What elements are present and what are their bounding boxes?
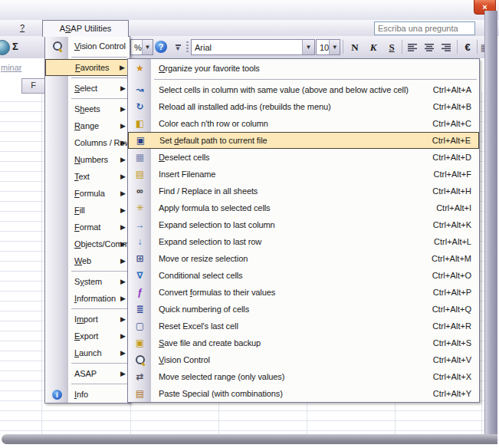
menu-item-move-or-resize-selection[interactable]: ⊞Move or resize selectionCtrl+Alt+M <box>128 250 479 267</box>
align-right-icon <box>442 43 451 51</box>
menu-item-apply-formula-to-selected-cells[interactable]: ✳Apply formula to selected cellsCtrl+Alt… <box>128 199 479 216</box>
menu-item-set-default-path-to-current-file[interactable]: ▣Set default path to current fileCtrl+Al… <box>128 132 479 149</box>
autosum-icon[interactable]: Σ <box>12 41 18 52</box>
menu-item-label: Paste Special (with combinations) <box>159 389 283 398</box>
shortcut-label: Ctrl+Alt+E <box>432 136 471 145</box>
menu-item-formula[interactable]: Formula▶ <box>45 185 130 202</box>
toolbar-separator <box>457 40 458 54</box>
menu-item-label: Favorites <box>75 63 109 72</box>
align-center-button[interactable] <box>422 39 437 55</box>
submenu-arrow-icon: ▶ <box>120 64 125 71</box>
menu-item-color-each-n-th-row-or-column[interactable]: ◧Color each n'th row or columnCtrl+Alt+C <box>128 115 479 132</box>
menu-item-conditional-select-cells[interactable]: ∇Conditional select cellsCtrl+Alt+O <box>128 267 479 284</box>
shortcut-label: Ctrl+Alt+H <box>432 186 471 196</box>
menu-bar: ? ASAP Utilities <box>0 20 499 36</box>
submenu-arrow-icon: ▶ <box>120 349 126 357</box>
zoom-combo[interactable]: % ▼ <box>130 39 153 55</box>
menu-item-system[interactable]: System▶ <box>45 273 130 290</box>
menu-item-info[interactable]: iInfo <box>45 386 130 403</box>
menu-item-expand-selection-to-last-row[interactable]: ↓Expand selection to last rowCtrl+Alt+L <box>128 233 479 250</box>
submenu-arrow-icon: ▶ <box>120 139 126 147</box>
menu-item-label: Expand selection to last column <box>159 220 275 229</box>
zoom-dropdown-icon[interactable]: ▼ <box>142 40 153 54</box>
menu-item-label: Info <box>74 390 88 399</box>
shortcut-label: Ctrl+Alt+A <box>433 85 471 94</box>
menu-item-paste-special-with-combinations[interactable]: ▤Paste Special (with combinations)Ctrl+A… <box>128 385 479 402</box>
submenu-arrow-icon: ▶ <box>120 105 126 113</box>
menu-item-label: ASAP <box>74 369 97 378</box>
menu-item-favorites[interactable]: Favorites▶ <box>45 59 130 76</box>
italic-button[interactable]: K <box>365 39 382 55</box>
menu-item-organize-your-favorite-tools[interactable]: ★Organize your favorite tools <box>128 59 479 77</box>
menu-item-objects-comments[interactable]: Objects/Comments▶ <box>45 236 130 252</box>
euro-button[interactable]: € <box>460 39 475 55</box>
shortcut-label: Ctrl+Alt+R <box>432 321 471 331</box>
menu-item-reset-excel-s-last-cell[interactable]: ▢Reset Excel's last cellCtrl+Alt+R <box>128 318 479 334</box>
menu-item-text[interactable]: Text▶ <box>45 168 130 185</box>
move-resize-selection-icon: ⊞ <box>133 252 147 265</box>
toolbar-options-button[interactable]: ▼ <box>172 39 184 55</box>
menu-item-vision-control[interactable]: Vision Control <box>45 37 130 55</box>
submenu-arrow-icon: ▶ <box>120 122 126 130</box>
excel-window: × ? ASAP Utilities Σ % ▼ ? ▼ Arial ▼ 10 … <box>0 0 499 448</box>
shortcut-label: Ctrl+Alt+P <box>433 288 471 297</box>
font-name-dropdown-icon[interactable]: ▼ <box>302 40 314 54</box>
reset-last-cell-icon: ▢ <box>133 320 147 332</box>
menu-item-sheets[interactable]: Sheets▶ <box>45 100 130 117</box>
conditional-select-icon: ∇ <box>133 269 147 282</box>
menu-item-label: Organize your favorite tools <box>159 64 260 73</box>
insert-filename-icon: ▤ <box>133 168 147 180</box>
menu-item-numbers[interactable]: Numbers▶ <box>45 151 130 168</box>
ask-question-input[interactable] <box>374 21 475 35</box>
menubar-item-help[interactable]: ? <box>15 22 29 33</box>
font-name-combo[interactable]: Arial ▼ <box>191 39 315 55</box>
menu-item-vision-control[interactable]: Vision ControlCtrl+Alt+V <box>128 351 479 368</box>
select-same-value-icon: ↝ <box>133 84 147 96</box>
menu-item-web[interactable]: Web▶ <box>45 252 130 269</box>
bold-button[interactable]: N <box>346 39 363 55</box>
menu-item-label: Select <box>74 84 97 93</box>
menu-item-label: Range <box>74 121 99 130</box>
menu-item-range[interactable]: Range▶ <box>45 117 130 134</box>
menu-item-select-cells-in-column-with-same-value-a[interactable]: ↝Select cells in column with same value … <box>128 81 479 98</box>
menu-item-label: Text <box>74 172 90 181</box>
menu-item-format[interactable]: Format▶ <box>45 219 130 236</box>
deselect-cells-icon: ▦ <box>133 151 147 163</box>
partial-toolbar-icon[interactable] <box>0 40 10 55</box>
menu-item-label: Select cells in column with same value (… <box>159 85 409 94</box>
menu-item-label: Find / Replace in all sheets <box>159 186 258 196</box>
menu-item-expand-selection-to-last-column[interactable]: →Expand selection to last columnCtrl+Alt… <box>128 216 479 233</box>
shortcut-label: Ctrl+Alt+D <box>432 153 471 162</box>
menu-item-insert-filename[interactable]: ▤Insert FilenameCtrl+Alt+F <box>128 166 479 183</box>
menu-item-launch[interactable]: Launch▶ <box>45 344 130 361</box>
help-icon[interactable]: ? <box>155 41 167 53</box>
submenu-arrow-icon: ▶ <box>120 173 126 180</box>
toolbar-drag-handle[interactable] <box>186 41 189 53</box>
menu-item-information[interactable]: Information▶ <box>45 290 130 307</box>
submenu-arrow-icon: ▶ <box>120 189 126 197</box>
chevron-down-icon: ▼ <box>175 47 181 51</box>
column-header-f[interactable]: F <box>21 78 45 94</box>
menu-item-move-selected-range-only-values[interactable]: ⇄Move selected range (only values)Ctrl+A… <box>128 368 479 385</box>
menu-item-import[interactable]: Import▶ <box>45 311 130 328</box>
font-size-combo[interactable]: 10 ▼ <box>316 39 340 55</box>
menu-item-export[interactable]: Export▶ <box>45 328 130 344</box>
menu-item-convert-formulas-to-their-values[interactable]: ƒConvert formulas to their valuesCtrl+Al… <box>128 284 479 301</box>
underline-button[interactable]: S <box>383 39 400 55</box>
menu-item-save-file-and-create-backup[interactable]: ▣Save file and create backupCtrl+Alt+S <box>128 334 479 351</box>
menu-item-deselect-cells[interactable]: ▦Deselect cellsCtrl+Alt+D <box>128 149 479 166</box>
menu-item-asap[interactable]: ASAP▶ <box>45 365 130 382</box>
submenu-arrow-icon: ▶ <box>120 257 126 265</box>
align-left-button[interactable] <box>405 39 420 55</box>
menu-item-reload-all-installed-add-ins-rebuilds-th[interactable]: ↻Reload all installed add-ins (rebuilds … <box>128 98 479 115</box>
menu-item-quick-numbering-of-cells[interactable]: ≣Quick numbering of cellsCtrl+Alt+Q <box>128 301 479 318</box>
menu-item-label: Sheets <box>74 104 100 114</box>
menu-item-fill[interactable]: Fill▶ <box>45 202 130 219</box>
menu-item-find-replace-in-all-sheets[interactable]: ∞Find / Replace in all sheetsCtrl+Alt+H <box>128 183 479 199</box>
menubar-item-asap-utilities[interactable]: ASAP Utilities <box>42 20 129 37</box>
window-bottom-edge <box>2 434 497 444</box>
menu-item-columns-rows[interactable]: Columns / Rows▶ <box>45 134 130 151</box>
font-size-dropdown-icon[interactable]: ▼ <box>329 40 340 54</box>
menu-item-select[interactable]: Select▶ <box>45 80 130 97</box>
align-right-button[interactable] <box>438 39 454 55</box>
